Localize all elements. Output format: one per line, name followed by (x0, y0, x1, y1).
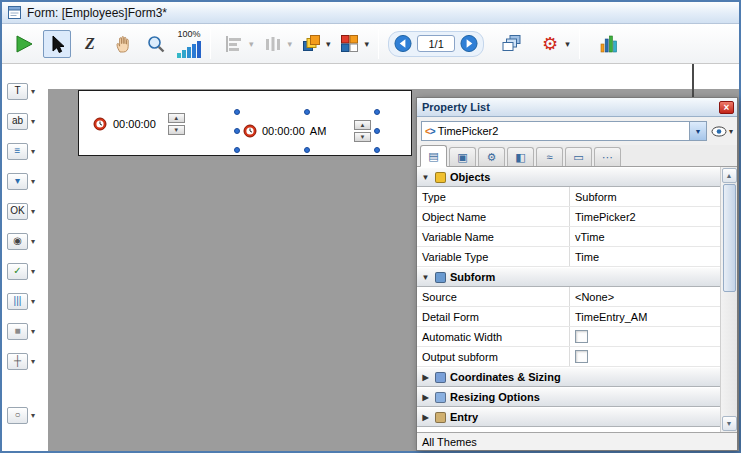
tab-monitor[interactable]: ▭ (565, 147, 592, 166)
matrix-objects-button[interactable] (336, 30, 364, 58)
zoom-control[interactable]: 100% (177, 27, 201, 61)
title-bar[interactable]: Form: [Employees]Form3* (2, 2, 739, 24)
themes-footer[interactable]: All Themes (417, 432, 737, 450)
chevron-down-icon[interactable]: ▾ (31, 207, 35, 216)
form-properties-button[interactable]: ⚙ (536, 30, 564, 58)
align-button[interactable] (220, 30, 248, 58)
chevron-down-icon[interactable]: ▾ (249, 39, 254, 49)
form-canvas[interactable]: 00:00:00 ▲ ▼ (48, 64, 739, 451)
zoom-tool-button[interactable] (142, 30, 170, 58)
chevron-down-icon[interactable]: ▾ (31, 327, 35, 336)
property-list-header[interactable]: Property List × (417, 98, 737, 117)
input-tool-button[interactable]: ab (7, 113, 28, 130)
section-coordinates-sizing[interactable]: ▶Coordinates & Sizing (417, 367, 720, 387)
spinner-down-button[interactable]: ▼ (354, 132, 371, 142)
property-value[interactable]: TimePicker2 (569, 207, 720, 226)
move-tool-button[interactable] (109, 30, 137, 58)
expander-open-icon[interactable]: ▼ (420, 273, 431, 282)
section-objects[interactable]: ▼Objects (417, 167, 720, 187)
chevron-down-icon[interactable]: ▾ (31, 237, 35, 246)
splitter-tool-button[interactable]: ┼ (7, 353, 28, 370)
button-tool-button[interactable]: OK (7, 203, 28, 220)
spinner-up-button[interactable]: ▲ (354, 120, 371, 130)
checkbox[interactable] (575, 330, 588, 343)
spinner-up-button[interactable]: ▲ (168, 113, 185, 123)
scroll-thumb[interactable] (723, 184, 736, 292)
duplicate-objects-button[interactable] (297, 30, 325, 58)
property-value[interactable] (569, 327, 720, 346)
tab-appearance[interactable]: ◧ (507, 147, 534, 166)
scrollbar[interactable]: ▲ ▼ (720, 167, 737, 432)
hierarchical-list-tool-button[interactable]: ≡ (7, 143, 28, 160)
section-entry[interactable]: ▶Entry (417, 407, 720, 427)
property-value[interactable]: vTime (569, 227, 720, 246)
tab-events[interactable]: ≈ (536, 147, 563, 166)
tab-properties[interactable]: ▤ (420, 145, 447, 167)
scroll-up-button[interactable]: ▲ (722, 168, 737, 183)
next-page-button[interactable] (459, 34, 479, 54)
button-grid-tool-button[interactable]: ||| (7, 293, 28, 310)
check-box-tool-button[interactable]: ✓ (7, 263, 28, 280)
distribute-button[interactable] (259, 30, 287, 58)
object-selector[interactable]: <> TimePicker2 ▼ (421, 121, 707, 141)
stacked-squares-icon (302, 34, 321, 53)
chevron-down-icon[interactable]: ▾ (31, 411, 35, 420)
form-area[interactable]: 00:00:00 ▲ ▼ (78, 90, 412, 156)
section-resizing-options[interactable]: ▶Resizing Options (417, 387, 720, 407)
selection-handle[interactable] (234, 128, 240, 134)
chevron-down-icon[interactable]: ▾ (31, 297, 35, 306)
view-options-button[interactable]: ▾ (711, 126, 733, 137)
form-pages-button[interactable] (497, 30, 525, 58)
time-stepper[interactable]: ▲ ▼ (354, 120, 371, 142)
rectangle-tool-button[interactable]: ■ (7, 323, 28, 340)
chevron-down-icon[interactable]: ▾ (326, 39, 331, 49)
time-picker-1[interactable]: 00:00:00 ▲ ▼ (93, 113, 185, 135)
tab-settings[interactable]: ⚙ (478, 147, 505, 166)
chevron-down-icon[interactable]: ▾ (31, 117, 35, 126)
chevron-down-icon[interactable]: ▾ (31, 357, 35, 366)
property-value[interactable] (569, 347, 720, 366)
section-subform[interactable]: ▼Subform (417, 267, 720, 287)
chevron-down-icon[interactable]: ▾ (565, 39, 570, 49)
database-explorer-button[interactable] (595, 30, 623, 58)
spinner-down-button[interactable]: ▼ (168, 125, 185, 135)
tab-display[interactable]: ▣ (449, 147, 476, 166)
selection-handle[interactable] (304, 109, 310, 115)
property-label: Source (417, 287, 569, 306)
expander-closed-icon[interactable]: ▶ (420, 413, 431, 422)
chevron-down-icon[interactable]: ▾ (31, 267, 35, 276)
close-icon[interactable]: × (719, 101, 734, 114)
previous-page-button[interactable] (393, 34, 413, 54)
combo-box-tool-button[interactable]: ▾ (7, 173, 28, 190)
chevron-down-icon[interactable]: ▾ (31, 147, 35, 156)
entry-order-button[interactable]: Z (76, 30, 104, 58)
selection-handle[interactable] (234, 109, 240, 115)
selection-handle[interactable] (374, 147, 380, 153)
expander-open-icon[interactable]: ▼ (420, 173, 431, 182)
expander-closed-icon[interactable]: ▶ (420, 393, 431, 402)
chevron-down-icon[interactable]: ▾ (365, 39, 370, 49)
selection-handle[interactable] (374, 128, 380, 134)
property-value[interactable]: <None> (569, 287, 720, 306)
scroll-down-button[interactable]: ▼ (722, 416, 737, 431)
selection-handle[interactable] (374, 109, 380, 115)
execute-form-button[interactable] (10, 30, 38, 58)
chevron-down-icon[interactable]: ▾ (31, 87, 35, 96)
static-text-tool-button[interactable]: T (7, 83, 28, 100)
chevron-down-icon[interactable]: ▼ (689, 122, 706, 140)
time-stepper[interactable]: ▲ ▼ (168, 113, 185, 135)
radio-button-tool-button[interactable]: ◉ (7, 233, 28, 250)
tab-more[interactable]: ⋯ (594, 147, 621, 166)
expander-closed-icon[interactable]: ▶ (420, 373, 431, 382)
time-picker-2[interactable]: 00:00:00 AM ▲ ▼ (237, 112, 377, 150)
checkbox[interactable] (575, 350, 588, 363)
chevron-down-icon[interactable]: ▾ (31, 177, 35, 186)
property-value[interactable]: TimeEntry_AM (569, 307, 720, 326)
selection-handle[interactable] (304, 147, 310, 153)
selection-handle[interactable] (234, 147, 240, 153)
property-value[interactable]: Time (569, 247, 720, 266)
property-value[interactable]: Subform (569, 187, 720, 206)
select-tool-button[interactable] (43, 30, 71, 58)
oval-tool-button[interactable]: ○ (7, 407, 28, 424)
chevron-down-icon[interactable]: ▾ (288, 39, 293, 49)
